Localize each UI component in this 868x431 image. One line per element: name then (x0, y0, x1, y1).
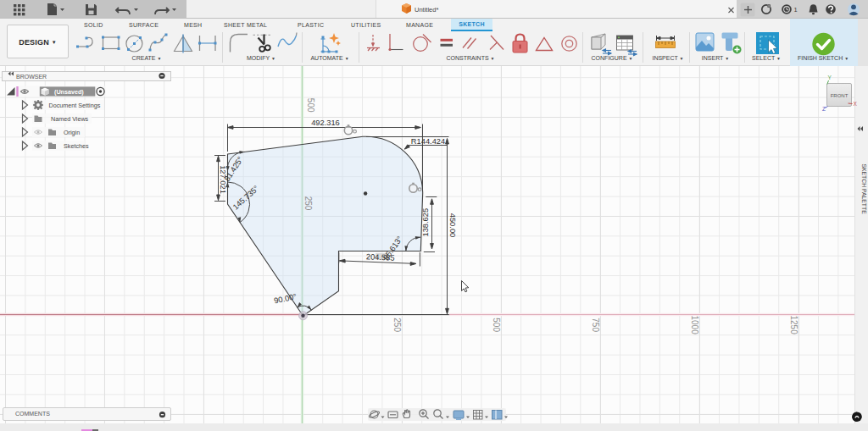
svg-text:250: 250 (303, 196, 313, 211)
svg-text:500: 500 (492, 318, 501, 332)
svg-text:1: 1 (794, 6, 798, 14)
svg-text:Origin: Origin (64, 129, 80, 136)
svg-text:1000: 1000 (690, 315, 699, 334)
svg-text:Z: Z (822, 106, 826, 112)
svg-text:Document Settings: Document Settings (49, 102, 101, 109)
svg-text:750: 750 (591, 318, 600, 332)
svg-text:492.316: 492.316 (311, 119, 340, 127)
svg-text:R144.424: R144.424 (411, 137, 445, 146)
svg-text:Named Views: Named Views (51, 115, 89, 123)
svg-text:450.00: 450.00 (448, 213, 457, 237)
svg-text:Sketches: Sketches (64, 142, 89, 150)
svg-text:138.625: 138.625 (421, 208, 430, 237)
svg-text:Y: Y (828, 75, 832, 80)
svg-text:X: X (854, 101, 858, 107)
svg-text:SKETCH PALETTE: SKETCH PALETTE (861, 164, 867, 215)
svg-text:(Unsaved): (Unsaved) (54, 88, 84, 96)
svg-text:500: 500 (306, 98, 315, 113)
svg-text:250: 250 (392, 318, 402, 332)
svg-text:1250: 1250 (789, 315, 798, 334)
svg-text:90.00°: 90.00° (273, 292, 298, 305)
svg-text:Untitled*: Untitled* (415, 6, 438, 14)
